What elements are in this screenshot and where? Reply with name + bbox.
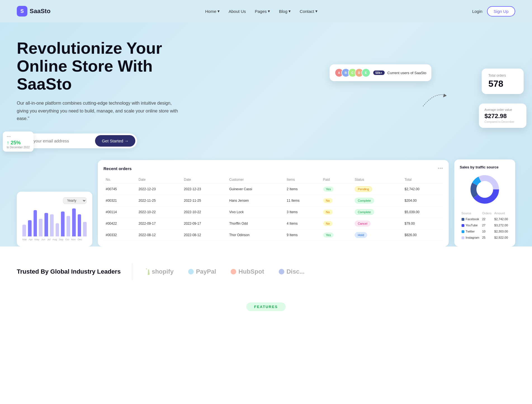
chart-bar bbox=[44, 213, 48, 236]
logo-icon: S bbox=[17, 6, 27, 17]
col-no: No. bbox=[103, 176, 136, 184]
chevron-down-icon: ▾ bbox=[217, 9, 220, 14]
float-percent-card: ••• ↑ 25% to December 2022 bbox=[3, 131, 34, 152]
discord-logo: Disc... bbox=[278, 268, 305, 275]
arrow-decoration bbox=[420, 87, 448, 109]
chevron-down-icon: ▾ bbox=[289, 9, 291, 14]
col-status: Status bbox=[353, 176, 402, 184]
chart-card: Yearly Monthly MarAprMayJunJulAugSepOctN… bbox=[17, 192, 92, 246]
table-row: #00332 2022-08-12 2022-08-12 Thor Odinso… bbox=[103, 229, 443, 241]
orders-menu-dots[interactable]: ••• bbox=[438, 166, 443, 172]
nav-home[interactable]: Home ▾ bbox=[205, 9, 220, 14]
chart-bar bbox=[34, 210, 37, 237]
table-row: #00745 2022-12-23 2022-12-23 Guinever Ca… bbox=[103, 184, 443, 195]
traffic-tbody: Facebook 22 $2,742.00 YouTube 27 $3,272.… bbox=[460, 216, 509, 240]
orders-tbody: #00745 2022-12-23 2022-12-23 Guinever Ca… bbox=[103, 184, 443, 241]
percent-date: to December 2022 bbox=[7, 146, 30, 149]
traffic-table: Source Orders Amount Facebook 22 $2,742.… bbox=[460, 210, 510, 241]
chart-bar bbox=[56, 223, 59, 236]
orders-header: Recent orders ••• bbox=[103, 166, 443, 172]
percent-dots: ••• bbox=[7, 134, 30, 139]
orders-card: Recent orders ••• No. Date Date Customer… bbox=[98, 160, 449, 246]
svg-point-5 bbox=[476, 181, 493, 198]
chart-bar bbox=[22, 225, 26, 236]
traffic-title: Sales by traffic source bbox=[460, 165, 510, 169]
hero-content: Revolutionize Your Online Store With Saa… bbox=[17, 39, 190, 148]
float-orders-card: Total orders 578 bbox=[482, 69, 524, 94]
traffic-card: Sales by traffic source Source Orders Am… bbox=[454, 159, 515, 246]
svg-marker-0 bbox=[443, 94, 447, 97]
users-badge: 50k+ bbox=[373, 71, 385, 75]
logo[interactable]: S SaaSto bbox=[17, 6, 51, 17]
chart-bar bbox=[67, 216, 70, 237]
col-date1: Date bbox=[136, 176, 182, 184]
total-orders-label: Total orders bbox=[488, 74, 517, 77]
float-avg-card: Average order value $272.98 Compared to … bbox=[479, 104, 526, 128]
shopify-logo: shopify bbox=[143, 268, 174, 275]
table-row: #00422 2022-09-17 2022-09-17 Thorffin Od… bbox=[103, 218, 443, 229]
svg-point-7 bbox=[231, 269, 236, 274]
user-avatars: A B C D E bbox=[335, 68, 370, 77]
chart-bar bbox=[50, 214, 54, 236]
orders-table: No. Date Date Customer Items Paid Status… bbox=[103, 176, 443, 241]
signup-button[interactable]: Sign Up bbox=[487, 6, 515, 17]
paypal-logo: PayPal bbox=[188, 268, 216, 275]
nav-actions: Login Sign Up bbox=[472, 6, 515, 17]
orders-thead: No. Date Date Customer Items Paid Status… bbox=[103, 176, 443, 184]
hubspot-logo: HubSpot bbox=[230, 268, 264, 275]
features-section: FEATURES bbox=[0, 297, 532, 322]
svg-point-6 bbox=[188, 269, 194, 274]
login-button[interactable]: Login bbox=[472, 9, 483, 14]
hero-section: Revolutionize Your Online Store With Saa… bbox=[0, 22, 532, 246]
nav-links: Home ▾ About Us Pages ▾ Blog ▾ Contact ▾ bbox=[205, 9, 318, 14]
col-customer: Customer bbox=[227, 176, 285, 184]
logo-text: SaaSto bbox=[30, 8, 51, 15]
chart-bars bbox=[22, 208, 87, 236]
hero-form: Get Started → bbox=[17, 133, 137, 148]
col-date2: Date bbox=[182, 176, 227, 184]
nav-contact[interactable]: Contact ▾ bbox=[300, 9, 318, 14]
float-users-card: A B C D E 50k+ Current users of SaaSto bbox=[330, 64, 431, 81]
features-badge: FEATURES bbox=[246, 302, 286, 311]
chart-bar bbox=[61, 212, 65, 236]
donut-chart bbox=[460, 173, 510, 206]
period-select[interactable]: Yearly Monthly bbox=[63, 197, 87, 204]
nav-about[interactable]: About Us bbox=[229, 9, 246, 14]
list-item: Facebook 22 $2,742.00 bbox=[460, 216, 509, 222]
col-items: Items bbox=[284, 176, 321, 184]
list-item: Twitter 10 $2,303.00 bbox=[460, 229, 509, 234]
chart-header: Yearly Monthly bbox=[22, 197, 87, 204]
get-started-button[interactable]: Get Started → bbox=[95, 135, 135, 147]
total-orders-value: 578 bbox=[488, 79, 517, 89]
nav-pages[interactable]: Pages ▾ bbox=[255, 9, 270, 14]
orders-title: Recent orders bbox=[103, 166, 132, 171]
chevron-down-icon: ▾ bbox=[315, 9, 318, 14]
hero-description: Our all-in-one platform combines cutting… bbox=[17, 99, 179, 122]
navbar: S SaaSto Home ▾ About Us Pages ▾ Blog ▾ … bbox=[0, 0, 532, 22]
trusted-logos: shopify PayPal HubSpot Disc... bbox=[143, 268, 515, 275]
svg-point-8 bbox=[279, 269, 284, 274]
col-total: Total bbox=[402, 176, 443, 184]
avg-sublabel: Compared to December bbox=[484, 120, 521, 123]
nav-blog[interactable]: Blog ▾ bbox=[279, 9, 291, 14]
chevron-down-icon: ▾ bbox=[268, 9, 270, 14]
users-label: Current users of SaaSto bbox=[387, 71, 426, 75]
chart-labels: MarAprMayJunJulAugSepOctNovDec bbox=[22, 238, 87, 241]
traffic-col-amount: Amount bbox=[493, 211, 509, 216]
percent-value: ↑ 25% bbox=[7, 140, 30, 146]
orders-header-row: No. Date Date Customer Items Paid Status… bbox=[103, 176, 443, 184]
chart-bar bbox=[72, 208, 76, 236]
avg-value: $272.98 bbox=[484, 112, 521, 120]
chart-bar bbox=[78, 214, 81, 236]
trusted-section: Trusted By Global Industry Leaders shopi… bbox=[0, 246, 532, 297]
chart-bar bbox=[28, 220, 32, 236]
col-paid: Paid bbox=[321, 176, 353, 184]
avg-label: Average order value bbox=[484, 108, 521, 111]
trusted-divider bbox=[132, 263, 132, 280]
table-row: #00114 2022-10-22 2022-10-22 Vivo Lock 3… bbox=[103, 206, 443, 218]
hero-title: Revolutionize Your Online Store With Saa… bbox=[17, 39, 190, 93]
traffic-col-source: Source bbox=[460, 211, 481, 216]
chart-bar bbox=[39, 219, 42, 236]
traffic-col-orders: Orders bbox=[481, 211, 493, 216]
dashboard-row: Yearly Monthly MarAprMayJunJulAugSepOctN… bbox=[17, 159, 515, 246]
